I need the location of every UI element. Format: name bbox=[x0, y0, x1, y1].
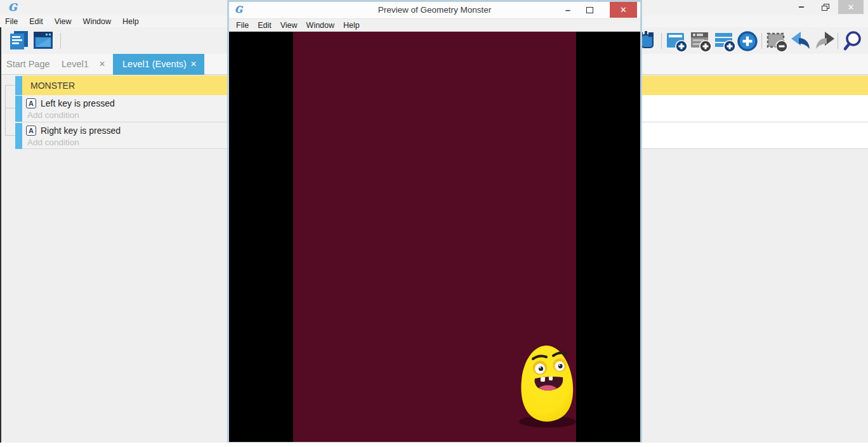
game-canvas[interactable] bbox=[229, 32, 640, 442]
event-tree-line bbox=[5, 135, 16, 136]
add-comment-icon[interactable] bbox=[713, 30, 736, 53]
event-tree-line bbox=[5, 85, 16, 86]
search-icon[interactable] bbox=[842, 30, 865, 53]
gdevelop-logo-icon: G bbox=[8, 1, 21, 14]
toolbar-separator bbox=[60, 33, 61, 49]
preview-window-title: Preview of Geometry Monster bbox=[229, 2, 640, 18]
keyboard-key-icon: A bbox=[26, 126, 36, 136]
delete-event-icon[interactable] bbox=[765, 30, 788, 53]
add-sub-event-icon[interactable] bbox=[689, 30, 712, 53]
condition-text[interactable]: Left key is pressed bbox=[41, 98, 115, 108]
toolbar-separator bbox=[661, 33, 662, 49]
preview-maximize-button[interactable] bbox=[581, 2, 598, 18]
preview-window: G Preview of Geometry Monster – ✕ File E… bbox=[227, 0, 642, 444]
preview-menu-edit[interactable]: Edit bbox=[258, 21, 272, 30]
preview-menubar: File Edit View Window Help bbox=[229, 18, 640, 32]
event-drag-handle[interactable] bbox=[15, 76, 22, 95]
keyboard-key-icon: A bbox=[26, 98, 36, 108]
preview-titlebar[interactable]: G Preview of Geometry Monster – ✕ bbox=[229, 2, 640, 18]
minimize-button[interactable]: – bbox=[792, 0, 811, 14]
gdevelop-app: G – ✕ File Edit View Window Help bbox=[0, 0, 868, 447]
add-event-icon[interactable] bbox=[665, 30, 688, 53]
bottom-edge-strip bbox=[0, 443, 868, 447]
menu-file[interactable]: File bbox=[5, 17, 18, 26]
menu-window[interactable]: Window bbox=[83, 17, 111, 26]
preview-menu-window[interactable]: Window bbox=[306, 21, 334, 30]
condition-text[interactable]: Right key is pressed bbox=[41, 126, 121, 136]
toolbar-separator bbox=[838, 33, 838, 49]
events-panel-left-edge bbox=[0, 27, 1, 443]
undo-icon[interactable] bbox=[789, 30, 812, 53]
maximize-icon bbox=[586, 7, 593, 13]
restore-button[interactable] bbox=[816, 0, 835, 14]
preview-menu-view[interactable]: View bbox=[280, 21, 298, 30]
menu-edit[interactable]: Edit bbox=[29, 17, 43, 26]
redo-icon[interactable] bbox=[813, 30, 836, 53]
preview-close-button[interactable]: ✕ bbox=[610, 2, 637, 18]
menu-help[interactable]: Help bbox=[122, 17, 139, 26]
project-manager-icon[interactable] bbox=[8, 29, 30, 52]
tab-level1-events-label: Level1 (Events) bbox=[122, 54, 187, 75]
event-tree-line bbox=[5, 85, 6, 136]
restore-icon bbox=[822, 4, 829, 11]
monster-character bbox=[515, 343, 579, 431]
event-drag-handle[interactable] bbox=[15, 96, 22, 122]
preview-menu-file[interactable]: File bbox=[236, 21, 249, 30]
toolbar-separator bbox=[761, 33, 762, 49]
menu-view[interactable]: View bbox=[55, 17, 72, 26]
event-drag-handle[interactable] bbox=[15, 123, 22, 149]
tab-level1-events[interactable]: Level1 (Events) ✕ bbox=[113, 54, 204, 75]
preview-minimize-button[interactable]: – bbox=[559, 2, 577, 18]
add-more-icon[interactable] bbox=[736, 30, 759, 53]
tab-level1-events-close-icon[interactable]: ✕ bbox=[190, 54, 197, 75]
close-button[interactable]: ✕ bbox=[838, 0, 864, 14]
event-group-label: MONSTER bbox=[30, 81, 75, 91]
tab-level1[interactable]: Level1 bbox=[62, 54, 89, 75]
tab-level1-close-icon[interactable]: ✕ bbox=[99, 54, 105, 75]
scene-editor-icon[interactable] bbox=[32, 29, 55, 52]
preview-menu-help[interactable]: Help bbox=[343, 21, 360, 30]
tab-start-page[interactable]: Start Page bbox=[6, 54, 50, 75]
event-tree-line bbox=[5, 108, 16, 108]
